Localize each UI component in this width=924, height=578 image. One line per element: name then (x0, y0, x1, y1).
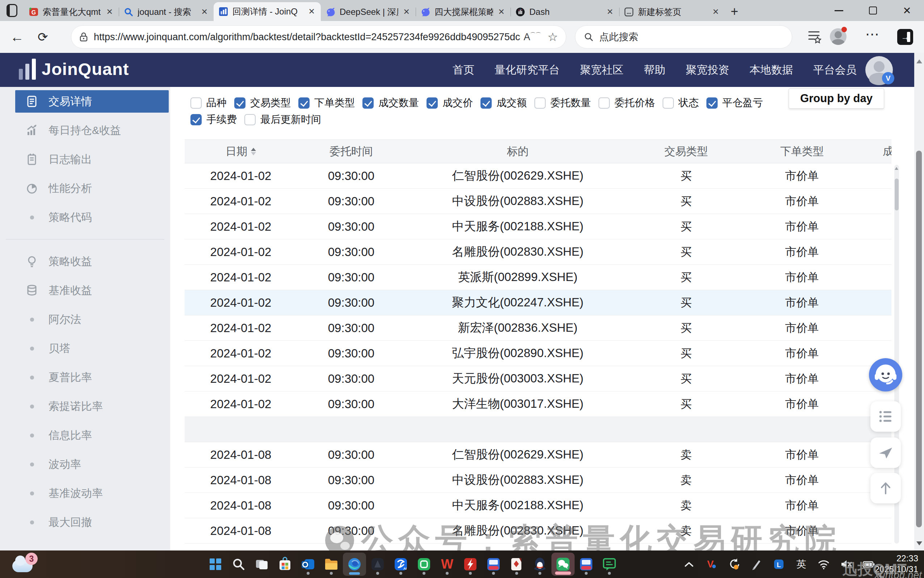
tray-wps-v-icon[interactable]: V (705, 557, 718, 571)
tab-close-icon[interactable]: ✕ (307, 6, 316, 17)
tab-close-icon[interactable]: ✕ (605, 6, 615, 17)
read-aloud-icon[interactable]: A⌒⌒ (524, 31, 541, 43)
url-field[interactable]: https://www.joinquant.com/algorithm/back… (71, 25, 566, 49)
table-row[interactable]: 2024-01-0209:30:00名雕股份(002830.XSHE)买市价单 (185, 239, 892, 265)
sidebar-item-策略收益[interactable]: 策略收益 (0, 247, 170, 276)
checkbox-checked[interactable] (707, 97, 718, 109)
browser-tab[interactable]: 回测详情 - JoinQ✕ (214, 2, 321, 21)
sidebar-item-信息比率[interactable]: 信息比率 (0, 421, 170, 450)
search-box[interactable]: 点此搜索 (575, 25, 792, 49)
sidebar-item-基准收益[interactable]: 基准收益 (0, 276, 170, 305)
taskbar-search-icon[interactable] (227, 553, 250, 576)
filter-品种[interactable]: 品种 (190, 96, 227, 110)
weather-widget[interactable]: 3 (12, 554, 47, 575)
tab-actions-button[interactable] (0, 0, 24, 21)
sidebar-item-策略代码[interactable]: 策略代码 (0, 203, 170, 232)
sidebar-item-阿尔法[interactable]: 阿尔法 (0, 305, 170, 334)
send-button[interactable] (871, 437, 901, 468)
table-row[interactable]: 2024-01-0809:30:00中天服务(002188.XSHE)卖市价单 (185, 493, 892, 518)
tab-close-icon[interactable]: ✕ (200, 6, 209, 17)
sidebar-item-索提诺比率[interactable]: 索提诺比率 (0, 392, 170, 421)
checkbox-checked[interactable] (362, 97, 374, 109)
filter-最后更新时间[interactable]: 最后更新时间 (245, 113, 321, 127)
minimize-button[interactable] (822, 0, 856, 21)
page-scrollbar[interactable] (914, 53, 924, 550)
sidebar-item-交易详情[interactable]: 交易详情 (15, 90, 169, 113)
scroll-up-icon[interactable] (895, 167, 898, 170)
taskbar-gaming-icon[interactable] (366, 553, 389, 576)
filter-委托数量[interactable]: 委托数量 (534, 96, 591, 110)
table-row[interactable]: 2024-01-0209:30:00中天服务(002188.XSHE)买市价单 (185, 214, 892, 239)
tray-wifi-icon[interactable] (817, 557, 831, 571)
tab-close-icon[interactable]: ✕ (711, 6, 721, 17)
taskbar-flash-app-icon[interactable] (459, 553, 482, 576)
table-row[interactable]: 2024-01-0209:30:00仁智股份(002629.XSHE)买市价单 (185, 163, 892, 189)
filter-下单类型[interactable]: 下单类型 (298, 96, 355, 110)
table-row[interactable]: 2024-01-0209:30:00新宏泽(002836.XSHE)买市价单 (185, 315, 892, 341)
page-scroll-down-icon[interactable] (916, 541, 922, 546)
taskbar-ai-assistant-icon[interactable]: AI (389, 553, 412, 576)
taskbar-poker-icon[interactable] (505, 553, 528, 576)
taskbar-qq-icon[interactable] (528, 553, 551, 576)
taskbar-file-explorer-icon[interactable] (320, 553, 343, 576)
nav-item-帮助[interactable]: 帮助 (644, 63, 665, 78)
table-row[interactable]: 2024-01-0209:30:00弘宇股份(002890.XSHE)买市价单 (185, 341, 892, 366)
taskbar-guojin-qmt-icon-2[interactable] (575, 553, 598, 576)
taskbar-wps-icon[interactable]: W (436, 553, 459, 576)
nav-item-聚宽投资[interactable]: 聚宽投资 (686, 63, 729, 78)
taskbar-edge-icon[interactable] (343, 553, 366, 576)
back-button[interactable]: ← (10, 29, 24, 45)
tab-close-icon[interactable]: ✕ (402, 6, 411, 17)
filter-状态[interactable]: 状态 (663, 96, 699, 110)
checkbox-unchecked[interactable] (534, 97, 546, 109)
support-chat-button[interactable] (869, 358, 902, 391)
table-row[interactable]: 2024-01-0809:30:00中设股份(002883.XSHE)卖市价单 (185, 468, 892, 493)
sidebar-item-最大回撤[interactable]: 最大回撤 (0, 508, 170, 537)
joinquant-logo[interactable]: JoinQuant (19, 58, 129, 80)
collections-icon[interactable] (806, 28, 822, 44)
filter-成交价[interactable]: 成交价 (426, 96, 473, 110)
browser-tab[interactable]: 新建标签页✕ (619, 3, 725, 21)
taskbar-task-view-icon[interactable] (250, 553, 273, 576)
restore-button[interactable] (856, 0, 890, 21)
tray-security-icon[interactable]: L (772, 557, 786, 571)
checkbox-checked[interactable] (234, 97, 245, 109)
tray-pen-icon[interactable] (749, 557, 763, 571)
sidebar-item-夏普比率[interactable]: 夏普比率 (0, 363, 170, 392)
group-by-day-button[interactable]: Group by day (789, 88, 884, 109)
checkbox-unchecked[interactable] (663, 97, 674, 109)
filter-平仓盈亏[interactable]: 平仓盈亏 (707, 96, 763, 110)
nav-item-聚宽社区[interactable]: 聚宽社区 (580, 63, 624, 78)
table-row[interactable]: 2024-01-0209:30:00聚力文化(002247.XSHE)买市价单 (185, 290, 892, 315)
filter-委托价格[interactable]: 委托价格 (598, 96, 655, 110)
table-row[interactable]: 2024-01-0209:30:00英派斯(002899.XSHE)买市价单 (185, 265, 892, 290)
tab-close-icon[interactable]: ✕ (105, 6, 114, 17)
taskbar-outlook-icon[interactable] (297, 553, 320, 576)
taskbar-wechat-icon[interactable] (551, 553, 575, 576)
page-scroll-up-icon[interactable] (916, 59, 922, 63)
browser-tab[interactable]: G索普量化大qmt✕ (24, 3, 119, 21)
table-scrollbar-thumb[interactable] (895, 179, 899, 210)
checkbox-checked[interactable] (298, 97, 310, 109)
browser-tab[interactable]: Dash✕ (511, 3, 619, 21)
sort-icon[interactable] (251, 148, 256, 155)
nav-item-平台会员[interactable]: 平台会员 (813, 63, 857, 78)
back-to-top-button[interactable] (871, 473, 901, 503)
filter-成交数量[interactable]: 成交数量 (362, 96, 419, 110)
new-tab-button[interactable]: + (731, 5, 738, 18)
table-row[interactable]: 2024-01-0209:30:00天元股份(003003.XSHE)买市价单 (185, 366, 892, 391)
sidebar-item-波动率[interactable]: 波动率 (0, 450, 170, 479)
nav-item-量化研究平台[interactable]: 量化研究平台 (494, 63, 560, 78)
user-avatar[interactable]: V (866, 56, 893, 84)
filter-手续费[interactable]: 手续费 (190, 113, 237, 127)
checkbox-unchecked[interactable] (190, 97, 202, 109)
checkbox-checked[interactable] (190, 114, 202, 125)
sidebar-item-贝塔[interactable]: 贝塔 (0, 334, 170, 363)
browser-tab[interactable]: 四大搅屎棍策略✕ (416, 3, 511, 21)
close-button[interactable]: ✕ (890, 0, 924, 21)
page-scrollbar-thumb[interactable] (916, 151, 922, 527)
nav-item-本地数据[interactable]: 本地数据 (749, 63, 793, 78)
tray-hidden-icons-icon[interactable] (682, 557, 696, 571)
settings-more-icon[interactable]: ⋯ (866, 26, 879, 42)
sidebar-panel-icon[interactable]: → (897, 29, 913, 45)
